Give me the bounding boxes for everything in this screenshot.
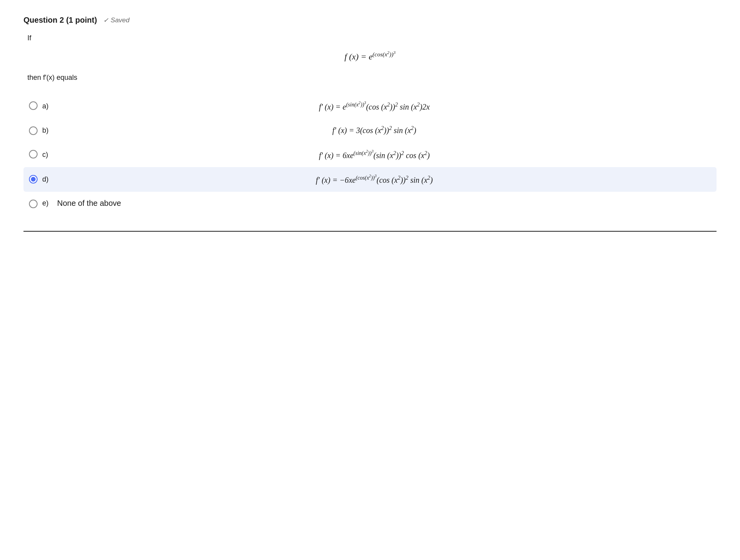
if-text: If <box>23 34 717 42</box>
option-c-formula: f′ (x) = 6xe(sin(x2))3(sin (x2))2 cos (x… <box>53 149 711 160</box>
option-c[interactable]: c) f′ (x) = 6xe(sin(x2))3(sin (x2))2 cos… <box>23 142 717 167</box>
radio-e[interactable] <box>29 200 38 208</box>
option-b-formula: f′ (x) = 3(cos (x2))2 sin (x2) <box>53 126 711 135</box>
option-e-formula: None of the above <box>53 199 711 208</box>
options-list: a) f′ (x) = e(sin(x2))3(cos (x2))2 sin (… <box>23 94 717 215</box>
option-e[interactable]: e) None of the above <box>23 192 717 215</box>
option-e-label: e) <box>42 199 53 207</box>
check-icon: ✓ <box>103 16 108 24</box>
question-header: Question 2 (1 point) ✓ Saved <box>23 16 717 25</box>
section-divider <box>23 231 717 232</box>
radio-d-inner <box>31 177 36 182</box>
option-b-label: b) <box>42 126 53 135</box>
question-title: Question 2 (1 point) <box>23 16 97 25</box>
radio-d[interactable] <box>29 175 38 184</box>
option-d-formula: f′ (x) = −6xe(cos(x2))3(cos (x2))2 sin (… <box>53 174 711 185</box>
main-formula: f (x) = e(cos(x2))3 <box>23 50 717 62</box>
option-d-label: d) <box>42 175 53 184</box>
question-body: If f (x) = e(cos(x2))3 then f'(x) equals <box>23 34 717 82</box>
option-d[interactable]: d) f′ (x) = −6xe(cos(x2))3(cos (x2))2 si… <box>23 167 717 192</box>
option-a-formula: f′ (x) = e(sin(x2))3(cos (x2))2 sin (x2)… <box>53 101 711 111</box>
option-a-label: a) <box>42 102 53 110</box>
then-text: then f'(x) equals <box>23 74 717 82</box>
radio-c[interactable] <box>29 150 38 158</box>
option-b[interactable]: b) f′ (x) = 3(cos (x2))2 sin (x2) <box>23 119 717 142</box>
radio-b[interactable] <box>29 126 38 135</box>
radio-a[interactable] <box>29 101 38 110</box>
option-a[interactable]: a) f′ (x) = e(sin(x2))3(cos (x2))2 sin (… <box>23 94 717 118</box>
saved-status: ✓ Saved <box>103 16 130 24</box>
option-c-label: c) <box>42 151 53 159</box>
saved-text: Saved <box>111 16 130 24</box>
